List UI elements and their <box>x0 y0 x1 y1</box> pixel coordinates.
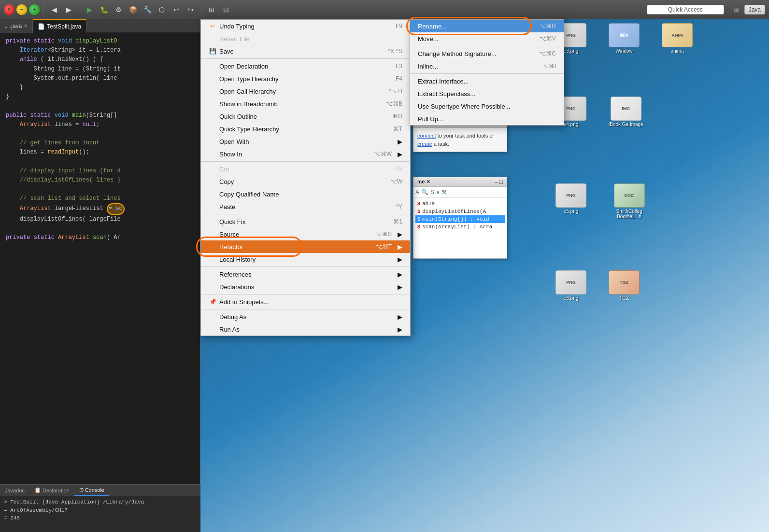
outline-item-scan[interactable]: S scan(ArrayList) : Arra <box>415 223 505 231</box>
menu-item-run-as[interactable]: Run As ▶ <box>201 323 410 336</box>
menu-item-show-in[interactable]: Show In ⌥⌘W ▶ <box>201 148 410 160</box>
desktop-icon-anima[interactable]: ANIM anima <box>662 23 693 54</box>
desktop-icon-smith[interactable]: DOC SmithColleg BootheL...ti <box>609 183 650 219</box>
code-line: public static void main(String[] <box>2 111 198 120</box>
forward-button[interactable]: ▶ <box>62 3 75 16</box>
menu-item-open-type-hierarchy[interactable]: Open Type Hierarchy F4 <box>201 72 410 85</box>
outline-icon-5[interactable]: ⚒ <box>441 189 447 196</box>
submenu-item-extract-interface[interactable]: Extract Interface... <box>410 75 564 87</box>
menu-item-copy-qualified[interactable]: Copy Qualified Name <box>201 188 410 200</box>
menu-item-paste[interactable]: Paste ^Y <box>201 200 410 213</box>
menu-item-label: Quick Fix <box>209 218 245 225</box>
menu-item-open-call-hierarchy[interactable]: Open Call Hierarchy ^⌥H <box>201 85 410 98</box>
submenu-item-use-supertype[interactable]: Use Supertype Where Possible... <box>410 100 564 112</box>
s-icon: S <box>417 217 420 222</box>
submenu-arrow: ▶ <box>398 256 402 263</box>
menu-item-label: Refactor <box>209 243 243 251</box>
outline-toolbar: A 🔍 S ● ⚒ <box>413 187 507 198</box>
submenu-item-rename[interactable]: Rename... ⌥⌘R <box>410 20 564 32</box>
submenu-item-change-method-sig[interactable]: Change Method Signature... ⌥⌘C <box>410 47 564 60</box>
menu-item-quick-fix[interactable]: Quick Fix ⌘1 <box>201 215 410 228</box>
menu-item-show-breadcrumb[interactable]: Show in Breadcrumb ⌥⌘B <box>201 98 410 110</box>
tool6[interactable]: ↪ <box>185 3 197 16</box>
menu-item-source[interactable]: Source ⌥⌘S ▶ <box>201 228 410 240</box>
close-button[interactable]: × <box>4 4 14 15</box>
menu-separator-2 <box>201 161 410 162</box>
outline-item-display[interactable]: S displayListOfLines(A <box>415 208 505 215</box>
menu-item-label: Quick Type Hierarchy <box>209 125 279 133</box>
s-icon: S <box>417 209 420 214</box>
submenu-separator <box>410 46 564 46</box>
bottom-panel: Javadoc 📋Declaration ⊡Console > TestSpli… <box>0 484 200 532</box>
desktop-icon-e5[interactable]: PNG e5.png <box>555 183 586 214</box>
code-line <box>2 101 198 111</box>
close-tab-java[interactable]: ✕ <box>24 23 28 28</box>
tool3[interactable]: 🔧 <box>141 3 154 16</box>
menu-item-label: Cut <box>209 165 229 173</box>
tab-java[interactable]: J .java ✕ <box>0 19 33 33</box>
tab-javadoc[interactable]: Javadoc <box>0 485 29 496</box>
mylyn-connect-link[interactable]: connect <box>417 133 436 139</box>
code-area[interactable]: private static void displayListO Iterato… <box>0 33 200 497</box>
menu-separator-6 <box>201 309 410 309</box>
code-line: Iterator<String> it = L.itera <box>2 46 198 55</box>
outline-icon-3[interactable]: S <box>430 189 434 196</box>
outline-item-ab7a[interactable]: S ab7a <box>415 200 505 208</box>
menu-item-debug-as[interactable]: Debug As ▶ <box>201 310 410 323</box>
desktop-icon-ibook[interactable]: IMG iBook Ga Image <box>609 97 643 127</box>
java-perspective-label[interactable]: Java <box>744 5 765 14</box>
outline-maximize[interactable]: □ <box>499 179 503 185</box>
maximize-button[interactable]: + <box>29 4 40 15</box>
desktop-icon-e6[interactable]: PNG e6.png <box>555 270 586 301</box>
submenu-item-pull-up[interactable]: Pull Up... <box>410 112 564 125</box>
tool1[interactable]: ⚙ <box>112 3 125 16</box>
open-decl-icon <box>209 62 216 70</box>
desktop-icon-tgz[interactable]: TGZ TGZ <box>609 270 640 301</box>
outline-icon-4[interactable]: ● <box>436 189 440 196</box>
desktop-icon-window[interactable]: Win Window <box>609 23 640 54</box>
menu-item-save[interactable]: 💾 Save ^X ^S <box>201 45 410 57</box>
editor-panel: J .java ✕ 📄 TestSplit.java private stati… <box>0 19 200 532</box>
outline-icon-2[interactable]: 🔍 <box>421 189 428 196</box>
menu-item-declarations[interactable]: Declarations ▶ <box>201 280 410 293</box>
tab-console[interactable]: ⊡Console <box>74 485 109 496</box>
tab-testsplit[interactable]: 📄 TestSplit.java <box>33 19 86 33</box>
outline-icon-1[interactable]: A <box>415 189 419 196</box>
tool4[interactable]: ⬡ <box>156 3 168 16</box>
perspective-button[interactable]: ⊞ <box>730 3 742 16</box>
outline-item-main[interactable]: S main(String[]) : void <box>415 215 505 223</box>
debug-button[interactable]: 🐛 <box>98 3 110 16</box>
menu-item-local-history[interactable]: Local History ▶ <box>201 253 410 266</box>
menu-item-add-snippets[interactable]: 📌 Add to Snippets... <box>201 295 410 308</box>
menu-item-open-with[interactable]: Open With ▶ <box>201 135 410 148</box>
console-line-3: = 248 <box>4 514 197 522</box>
context-menu: ↩ Undo Typing F9 Revert File 💾 Save ^X ^… <box>200 19 411 336</box>
menu-item-label: Show In <box>209 150 242 158</box>
menu-item-open-declaration[interactable]: Open Declaration F3 <box>201 60 410 72</box>
back-button[interactable]: ◀ <box>48 3 60 16</box>
console-line-2: = ArtOfAssembly/CH17 <box>4 506 197 515</box>
quick-access-box[interactable]: Quick Access <box>647 5 724 14</box>
tool5[interactable]: ↩ <box>170 3 183 16</box>
tab-declaration[interactable]: 📋Declaration <box>29 485 74 496</box>
menu-item-revert: Revert File <box>201 32 410 45</box>
minimize-button[interactable]: − <box>16 4 27 15</box>
mylyn-create-link[interactable]: create <box>417 141 432 147</box>
submenu-item-move[interactable]: Move... ⌥⌘V <box>410 32 564 45</box>
outline-panel: me ✕ − □ A 🔍 S ● ⚒ S ab7a S displayListO… <box>413 177 507 259</box>
run-button[interactable]: ▶ <box>83 3 96 16</box>
tool7[interactable]: ⊞ <box>205 3 218 16</box>
menu-item-copy[interactable]: Copy ⌥W <box>201 175 410 188</box>
tool8[interactable]: ⊟ <box>220 3 232 16</box>
submenu-separator-2 <box>410 73 564 74</box>
menu-item-undo[interactable]: ↩ Undo Typing F9 <box>201 20 410 32</box>
outline-minimize[interactable]: − <box>495 179 498 185</box>
submenu-item-inline[interactable]: Inline... ⌥⌘I <box>410 60 564 72</box>
menu-item-quick-outline[interactable]: Quick Outline ⌘O <box>201 110 410 123</box>
menu-item-quick-type-hierarchy[interactable]: Quick Type Hierarchy ⌘T <box>201 123 410 135</box>
tool2[interactable]: 📦 <box>127 3 139 16</box>
menu-item-refactor[interactable]: Refactor ⌥⌘T ▶ <box>201 240 410 253</box>
menu-item-references[interactable]: References ▶ <box>201 268 410 280</box>
submenu-item-extract-superclass[interactable]: Extract Superclass... <box>410 87 564 100</box>
menu-item-label: Source <box>209 230 239 238</box>
